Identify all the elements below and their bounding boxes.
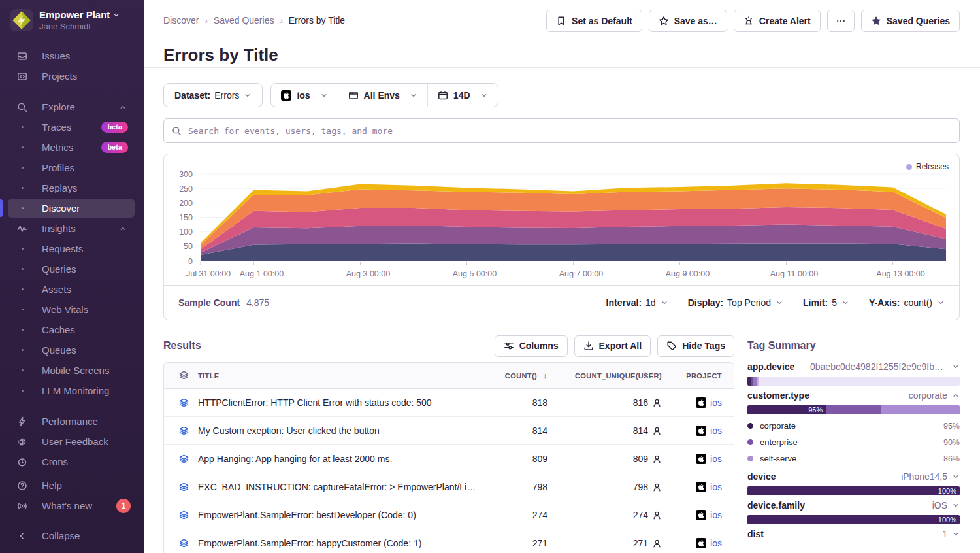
tag-key-row[interactable]: deviceiPhone14,5 [747,471,960,482]
count-value: 798 [485,482,547,492]
dataset-label: Dataset: [174,90,210,101]
sidebar-item-what-s-new[interactable]: What's new1 [0,495,144,516]
sidebar-item-performance[interactable]: Performance [0,411,144,431]
project-link[interactable]: ios [710,454,722,464]
layers-icon[interactable] [178,510,198,521]
table-row[interactable]: EmpowerPlant.SampleError: bestDeveloper … [164,501,734,529]
nav-group-0: IssuesProjects [0,46,144,86]
project-filter[interactable]: ios [271,84,337,107]
table-row[interactable]: My Custom exeption: User clicked the but… [164,417,734,445]
layers-icon[interactable] [178,482,198,493]
org-switcher[interactable]: Empower Plant Jane Schmidt [0,0,144,31]
tag-key-row[interactable]: dist1 [747,529,960,539]
sidebar-item-insights[interactable]: Insights [0,218,144,239]
project-cell: ios [662,426,722,436]
breadcrumb-discover[interactable]: Discover [163,15,199,25]
tag-distribution-bar[interactable]: 100% [747,486,960,495]
project-link[interactable]: ios [710,510,722,520]
limit-selector[interactable]: Limit:5 [803,297,849,308]
table-row[interactable]: EmpowerPlant.SampleError: happyCustomer … [164,529,734,553]
save-as-button[interactable]: Save as… [649,10,727,32]
layers-icon[interactable] [178,454,198,465]
tag-key-row[interactable]: customer.typecorporate [747,390,960,401]
layers-icon[interactable] [178,426,198,437]
y-axis-selector[interactable]: Y-Axis:count() [869,297,945,308]
error-title[interactable]: EmpowerPlant.SampleError: bestDeveloper … [198,510,485,520]
breadcrumb-saved-queries[interactable]: Saved Queries [214,15,274,25]
column-count[interactable]: COUNT()↓ [485,371,547,380]
sidebar-item-crons[interactable]: Crons [0,452,144,472]
org-logo-icon [10,9,33,31]
create-alert-button[interactable]: Create Alert [734,10,821,32]
sidebar-item-profiles[interactable]: Profiles [0,158,144,178]
stacked-area-chart[interactable]: 050100150200250300Jul 31 00:00Aug 1 00:0… [164,154,959,286]
sidebar-item-requests[interactable]: Requests [0,239,144,259]
sidebar-item-explore[interactable]: Explore [0,97,144,117]
sidebar-item-assets[interactable]: Assets [0,279,144,299]
columns-button[interactable]: Columns [495,335,568,357]
table-row[interactable]: EXC_BAD_INSTRUCTION: captureFatalError: … [164,473,734,501]
project-link[interactable]: ios [710,538,722,548]
date-range-filter[interactable]: 14D [427,84,498,107]
sidebar-item-caches[interactable]: Caches [0,320,144,340]
search-bar[interactable] [163,118,960,143]
export-all-button[interactable]: Export All [574,335,651,357]
set-as-default-button[interactable]: Set as Default [546,10,642,32]
tag-key-row[interactable]: app.device0baebc0de4982f1255f2e9e9fb7… [747,361,960,372]
sidebar-item-replays[interactable]: Replays [0,178,144,198]
display-selector[interactable]: Display:Top Period [688,297,783,308]
project-link[interactable]: ios [710,482,722,492]
sidebar-item-user-feedback[interactable]: User Feedback [0,431,144,452]
dataset-selector[interactable]: Dataset: Errors [163,83,263,107]
sidebar-item-metrics[interactable]: Metricsbeta [0,137,144,158]
chevron-down-icon [661,299,668,307]
project-cell: ios [662,510,722,520]
sidebar-item-llm-monitoring[interactable]: LLM Monitoring [0,380,144,401]
sidebar-item-discover[interactable]: Discover [0,198,144,218]
sidebar-item-projects[interactable]: Projects [0,66,144,86]
layers-icon[interactable] [178,397,198,409]
tag-distribution-bar[interactable]: 95% [747,405,960,414]
sidebar-item-issues[interactable]: Issues [0,46,144,66]
more-options-button[interactable] [827,10,855,32]
tag-breakdown: corporate95%enterprise90%self-serve86% [747,418,960,467]
sidebar-item-queries[interactable]: Queries [0,259,144,279]
releases-legend-label: Releases [916,162,949,171]
column-count-unique[interactable]: COUNT_UNIQUE(USER) [547,372,662,380]
sidebar-item-queues[interactable]: Queues [0,340,144,360]
error-title[interactable]: HTTPClientError: HTTP Client Error with … [198,397,485,408]
error-title[interactable]: My Custom exeption: User clicked the but… [198,426,485,436]
error-title[interactable]: EXC_BAD_INSTRUCTION: captureFatalError: … [198,482,485,492]
tag-key-row[interactable]: device.familyiOS [747,500,960,511]
sidebar-item-web-vitals[interactable]: Web Vitals [0,299,144,320]
column-project[interactable]: PROJECT [662,372,722,380]
hide-tags-button[interactable]: Hide Tags [657,335,734,357]
layers-icon[interactable] [178,538,198,549]
value-dot-icon [747,439,753,445]
tag-distribution-bar[interactable] [747,377,960,386]
search-input[interactable] [187,126,951,137]
saved-queries-button[interactable]: Saved Queries [861,10,960,32]
control-value: 1d [645,297,656,308]
collapse-button[interactable]: Collapse [0,526,144,546]
environment-filter[interactable]: All Envs [338,84,427,107]
tag-breakdown-row[interactable]: corporate95% [747,418,960,434]
control-label: Y-Axis: [869,297,900,308]
sidebar-item-mobile-screens[interactable]: Mobile Screens [0,360,144,380]
tag-breakdown-row[interactable]: enterprise90% [747,434,960,450]
table-row[interactable]: App Hanging: App hanging for at least 20… [164,445,734,473]
megaphone-icon [17,437,27,447]
results-buttons: ColumnsExport AllHide Tags [495,335,734,357]
error-title[interactable]: App Hanging: App hanging for at least 20… [198,454,485,464]
tag-distribution-bar[interactable]: 100% [747,515,960,524]
sidebar-item-traces[interactable]: Tracesbeta [0,117,144,137]
table-row[interactable]: HTTPClientError: HTTP Client Error with … [164,389,734,417]
project-link[interactable]: ios [710,397,722,408]
column-title[interactable]: TITLE [198,372,485,380]
project-link[interactable]: ios [710,426,722,436]
interval-selector[interactable]: Interval:1d [606,297,668,308]
tag-breakdown-row[interactable]: self-serve86% [747,450,960,467]
sidebar-item-help[interactable]: Help [0,475,144,495]
error-title[interactable]: EmpowerPlant.SampleError: happyCustomer … [198,538,485,548]
chart-legend[interactable]: Releases [906,162,949,171]
